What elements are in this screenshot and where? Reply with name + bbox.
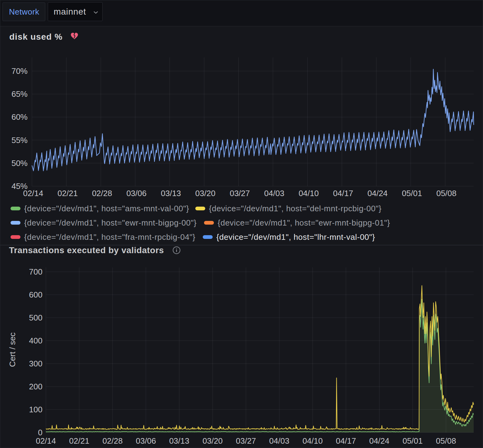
svg-text:55%: 55% — [11, 136, 28, 145]
svg-text:500: 500 — [29, 313, 42, 322]
svg-text:04/24: 04/24 — [369, 436, 389, 446]
svg-text:700: 700 — [29, 267, 42, 276]
svg-text:65%: 65% — [11, 89, 28, 99]
svg-text:200: 200 — [29, 382, 42, 391]
svg-text:04/10: 04/10 — [299, 189, 319, 198]
svg-text:03/20: 03/20 — [195, 189, 215, 198]
svg-text:03/27: 03/27 — [230, 189, 250, 198]
svg-text:05/08: 05/08 — [436, 189, 456, 198]
svg-text:04/03: 04/03 — [269, 436, 289, 446]
svg-text:04/17: 04/17 — [336, 436, 356, 446]
svg-text:60%: 60% — [11, 112, 28, 122]
svg-text:02/28: 02/28 — [103, 436, 123, 446]
svg-text:05/01: 05/01 — [402, 189, 422, 198]
svg-text:02/28: 02/28 — [92, 189, 112, 198]
svg-text:400: 400 — [29, 336, 42, 345]
svg-text:70%: 70% — [11, 66, 28, 76]
svg-text:0: 0 — [38, 428, 42, 437]
svg-text:03/06: 03/06 — [126, 189, 147, 198]
svg-text:02/14: 02/14 — [36, 436, 56, 446]
svg-text:04/10: 04/10 — [303, 436, 323, 446]
svg-text:04/17: 04/17 — [333, 189, 353, 198]
svg-text:02/21: 02/21 — [58, 189, 78, 198]
svg-text:100: 100 — [29, 405, 42, 414]
svg-text:03/06: 03/06 — [136, 436, 156, 446]
svg-text:03/13: 03/13 — [161, 189, 181, 198]
svg-text:300: 300 — [29, 359, 42, 368]
svg-text:Cert / sec: Cert / sec — [8, 332, 17, 367]
svg-text:05/08: 05/08 — [436, 436, 456, 446]
svg-text:02/14: 02/14 — [23, 189, 43, 198]
svg-text:03/27: 03/27 — [236, 436, 256, 446]
svg-text:04/03: 04/03 — [264, 189, 284, 198]
svg-text:03/13: 03/13 — [169, 436, 189, 446]
svg-text:50%: 50% — [11, 159, 28, 168]
svg-text:03/20: 03/20 — [202, 436, 223, 446]
svg-text:600: 600 — [29, 290, 42, 299]
svg-text:02/21: 02/21 — [69, 436, 89, 446]
svg-text:05/01: 05/01 — [402, 436, 423, 446]
svg-text:04/24: 04/24 — [367, 189, 388, 198]
